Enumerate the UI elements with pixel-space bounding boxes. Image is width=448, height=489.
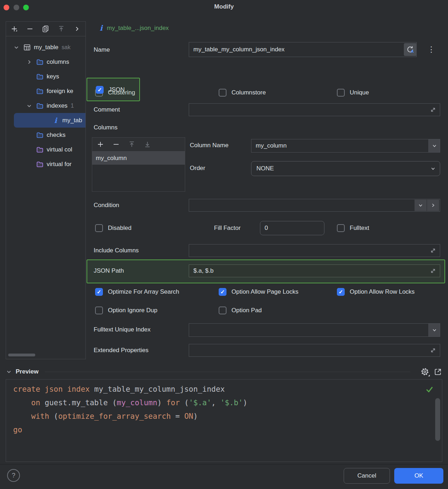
- tree-indent: [26, 73, 32, 80]
- help-label: ?: [12, 472, 15, 479]
- svg-text:A: A: [411, 49, 414, 53]
- column-name-value[interactable]: my_column: [251, 142, 428, 149]
- move-up-icon: [128, 140, 136, 148]
- copy-icon[interactable]: [42, 25, 50, 33]
- checkbox-label: JSON: [109, 86, 125, 93]
- checkbox-box[interactable]: [219, 89, 226, 97]
- index-icon: i: [52, 117, 59, 124]
- comment-input[interactable]: [189, 103, 440, 116]
- extended-properties-input[interactable]: [189, 344, 440, 357]
- checkbox-option-allow-row-locks[interactable]: ✓ Option Allow Row Locks: [337, 287, 415, 297]
- regenerate-name-icon[interactable]: A: [404, 43, 417, 56]
- checkbox-box[interactable]: [95, 224, 103, 232]
- checkbox-box[interactable]: ✓: [219, 288, 226, 296]
- chevron-down-icon[interactable]: [415, 200, 427, 211]
- fulltext-unique-index-label: Fulltext Unique Index: [94, 326, 151, 333]
- include-columns-input[interactable]: [189, 244, 440, 257]
- index-icon: i: [100, 24, 103, 32]
- chevron-down-icon[interactable]: [431, 166, 436, 171]
- window-title: Modify: [0, 3, 448, 10]
- cancel-button[interactable]: Cancel: [344, 468, 390, 484]
- gear-icon[interactable]: [420, 367, 429, 376]
- tree-item-label: my_tab: [62, 117, 82, 124]
- preview-header: Preview: [6, 366, 442, 377]
- tree-toolbar: [6, 22, 85, 36]
- chevron-down-icon[interactable]: [428, 139, 440, 152]
- checkbox-label: Unique: [350, 89, 369, 96]
- tree-item-label: virtual for: [47, 161, 72, 168]
- expand-icon[interactable]: [429, 106, 437, 113]
- checkbox-disabled[interactable]: Disabled: [95, 223, 131, 233]
- checkbox-box[interactable]: [219, 307, 226, 314]
- folder-icon: [36, 58, 44, 66]
- tree-item-checks[interactable]: checks: [6, 128, 85, 142]
- expand-icon[interactable]: [429, 267, 437, 274]
- checkbox-option-pad[interactable]: Option Pad: [219, 305, 262, 315]
- checkbox-fulltext[interactable]: Fulltext: [337, 223, 369, 233]
- checkbox-box[interactable]: [95, 307, 103, 314]
- folder-icon: [36, 131, 44, 139]
- json-path-input[interactable]: [189, 264, 440, 277]
- expand-icon[interactable]: [429, 247, 437, 254]
- checkbox-option-allow-page-locks[interactable]: ✓ Option Allow Page Locks: [219, 287, 298, 297]
- columns-list-panel: my_column: [92, 137, 185, 192]
- tree-indent: [26, 132, 32, 138]
- tree-item-indexes[interactable]: indexes 1: [6, 98, 85, 113]
- remove-icon[interactable]: [112, 140, 120, 148]
- folder-icon: [36, 146, 44, 154]
- checkbox-box[interactable]: ✓: [96, 86, 104, 94]
- tree-item-virtual-foreign-keys[interactable]: virtual for: [6, 157, 85, 171]
- valid-checkmark-icon: [425, 385, 434, 394]
- preview-label[interactable]: Preview: [16, 368, 38, 375]
- checkbox-unique[interactable]: Unique: [337, 88, 369, 98]
- chevron-right-icon[interactable]: [26, 59, 32, 65]
- tree-item-columns[interactable]: columns: [6, 55, 85, 69]
- json-highlight-box: ✓ JSON: [87, 78, 140, 101]
- condition-input[interactable]: [189, 199, 440, 212]
- condition-label: Condition: [94, 202, 119, 209]
- tree-item-my-index-selected[interactable]: i my_tab: [14, 113, 85, 128]
- checkbox-box[interactable]: ✓: [337, 288, 345, 296]
- order-value[interactable]: NONE: [251, 165, 431, 172]
- column-name-combobox[interactable]: my_column: [251, 139, 440, 153]
- vertical-scrollbar[interactable]: [435, 398, 440, 441]
- move-down-icon: [144, 140, 151, 148]
- chevron-down-icon[interactable]: [428, 324, 440, 336]
- checkbox-label: Option Ignore Dup: [108, 307, 157, 314]
- tree-item-keys[interactable]: keys: [6, 69, 85, 84]
- checkbox-option-ignore-dup[interactable]: Option Ignore Dup: [95, 305, 157, 315]
- tree-indent: [26, 88, 32, 94]
- more-options-icon[interactable]: ⋮: [426, 44, 437, 55]
- chevron-down-icon[interactable]: [13, 44, 20, 51]
- tree-item-my-table[interactable]: my_table sak: [6, 40, 85, 55]
- remove-icon[interactable]: [26, 25, 34, 33]
- add-icon[interactable]: [10, 25, 18, 33]
- chevron-down-icon[interactable]: [6, 369, 12, 375]
- modify-dialog: Modify my_table sa: [0, 0, 448, 489]
- tree-item-foreign-keys[interactable]: foreign ke: [6, 84, 85, 98]
- add-icon[interactable]: [97, 140, 104, 148]
- help-icon[interactable]: ?: [7, 469, 20, 482]
- name-input[interactable]: [189, 42, 417, 57]
- order-combobox[interactable]: NONE: [251, 161, 440, 176]
- open-in-new-icon[interactable]: [433, 367, 442, 376]
- horizontal-scrollbar[interactable]: [8, 354, 35, 356]
- checkbox-box[interactable]: [337, 89, 345, 97]
- checkbox-columnstore[interactable]: Columnstore: [219, 88, 266, 98]
- column-list-item[interactable]: my_column: [92, 151, 185, 165]
- fulltext-unique-index-combobox[interactable]: [189, 323, 440, 337]
- checkbox-box[interactable]: ✓: [95, 288, 103, 296]
- chevron-right-icon[interactable]: [73, 25, 80, 33]
- tree-item-virtual-columns[interactable]: virtual col: [6, 142, 85, 157]
- checkbox-box[interactable]: [337, 224, 345, 232]
- index-form: i my_table_...json_index Name A ⋮ Cluste…: [92, 21, 440, 359]
- checkbox-json[interactable]: ✓ JSON: [96, 85, 125, 95]
- fill-factor-input[interactable]: [260, 221, 324, 235]
- chevron-down-icon[interactable]: [26, 103, 32, 109]
- expand-icon[interactable]: [429, 347, 437, 354]
- ok-button[interactable]: OK: [394, 468, 443, 484]
- checkbox-label: Disabled: [108, 225, 131, 232]
- tree-item-label: my_table: [34, 44, 58, 51]
- checkbox-optimize-for-array-search[interactable]: ✓ Optimize For Array Search: [95, 287, 179, 297]
- chevron-right-icon[interactable]: [427, 200, 439, 211]
